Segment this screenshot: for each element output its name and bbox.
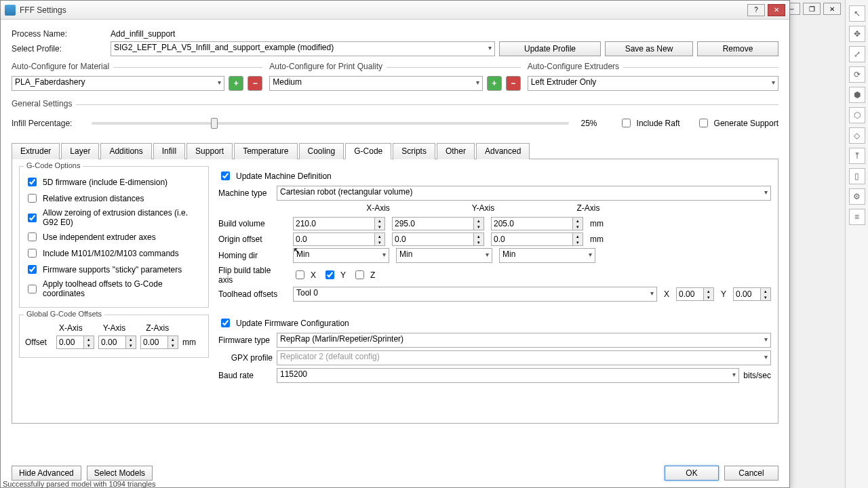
tab-support[interactable]: Support xyxy=(186,143,233,159)
list-icon[interactable]: ≡ xyxy=(849,209,865,225)
view-top-icon[interactable]: ⬢ xyxy=(849,87,865,103)
toolhead-select[interactable]: Tool 0 xyxy=(293,287,657,302)
gcode-panel: G-Code Options 5D firmware (include E-di… xyxy=(12,159,778,424)
gpx-profile-select: Replicator 2 (default config) xyxy=(277,350,771,365)
settings-icon[interactable]: ⚙ xyxy=(849,188,865,205)
maximize-button[interactable]: ❐ xyxy=(803,3,821,15)
tab-advanced[interactable]: Advanced xyxy=(476,143,530,159)
opt-independent-axes[interactable]: Use independent extruder axes xyxy=(25,230,203,243)
help-button[interactable]: ? xyxy=(747,4,765,16)
extruders-select[interactable]: Left Extruder Only xyxy=(528,76,778,91)
baud-unit: bits/sec xyxy=(743,371,771,380)
parent-window-buttons: ─ ❐ ✕ xyxy=(783,3,841,15)
offset-unit: mm xyxy=(182,338,196,347)
hide-advanced-button[interactable]: Hide Advanced xyxy=(12,466,81,481)
origin-y-input[interactable]: ▴▾ xyxy=(392,232,484,246)
move-tool-icon[interactable]: ✥ xyxy=(849,26,865,42)
add-quality-icon[interactable]: + xyxy=(487,76,502,91)
build-y-input[interactable]: ▴▾ xyxy=(392,217,484,230)
viewport-toolbar: ↖ ✥ ⤢ ⟳ ⬢ ⬡ ◇ ⤒ ▯ ⚙ ≡ xyxy=(845,0,868,488)
close-button[interactable]: ✕ xyxy=(768,4,785,16)
tab-gcode[interactable]: G-Code xyxy=(345,143,391,159)
homing-dir-label: Homing dir xyxy=(218,251,286,260)
scale-tool-icon[interactable]: ⤢ xyxy=(849,46,865,62)
global-offsets-title: Global G-Code Offsets xyxy=(24,310,104,318)
ok-button[interactable]: OK xyxy=(665,466,719,481)
tab-layer[interactable]: Layer xyxy=(61,143,99,159)
update-machine-def-checkbox[interactable]: Update Machine Definition xyxy=(218,169,771,182)
gpx-profile-label: GPX profile xyxy=(218,353,273,363)
opt-sticky-params[interactable]: Firmware supports "sticky" parameters xyxy=(25,263,203,276)
homing-y-select[interactable]: Min xyxy=(396,248,492,263)
cancel-button[interactable]: Cancel xyxy=(724,466,778,481)
tool-y-input[interactable]: ▴▾ xyxy=(733,287,771,301)
build-x-input[interactable]: ▴▾ xyxy=(293,217,385,230)
flip-axis-label: Flip build table axis xyxy=(218,266,286,285)
auto-extruders-label: Auto-Configure Extruders xyxy=(528,62,623,71)
flip-x-checkbox[interactable]: X xyxy=(293,268,316,281)
tab-additions[interactable]: Additions xyxy=(100,143,151,159)
offset-x-input[interactable]: ▴▾ xyxy=(56,336,94,349)
profile-select[interactable]: SIG2_LEFT_PLA_V5_Infill_and_support_exam… xyxy=(111,41,495,56)
origin-z-input[interactable]: ▴▾ xyxy=(491,232,583,246)
homing-z-select[interactable]: Min xyxy=(499,248,595,263)
origin-unit: mm xyxy=(590,235,604,244)
opt-toolhead-offsets[interactable]: Apply toolhead offsets to G-Code coordin… xyxy=(25,279,203,298)
tab-temperature[interactable]: Temperature xyxy=(234,143,297,159)
update-firmware-checkbox[interactable]: Update Firmware Configuration xyxy=(218,317,771,329)
opt-m101-commands[interactable]: Include M101/M102/M103 commands xyxy=(25,247,203,260)
include-raft-checkbox[interactable]: Include Raft xyxy=(619,117,680,129)
view-wire-icon[interactable]: ◇ xyxy=(849,127,865,144)
gcode-options-group: G-Code Options 5D firmware (include E-di… xyxy=(19,166,209,308)
flip-y-checkbox[interactable]: Y xyxy=(323,268,346,281)
opt-allow-zeroing[interactable]: Allow zeroing of extrusion distances (i.… xyxy=(25,208,203,227)
tab-cooling[interactable]: Cooling xyxy=(299,143,344,159)
flip-z-checkbox[interactable]: Z xyxy=(353,268,375,281)
homing-x-select[interactable]: Min xyxy=(293,248,389,263)
baud-rate-label: Baud rate xyxy=(218,371,273,380)
tool-x-input[interactable]: ▴▾ xyxy=(676,287,714,301)
firmware-type-select[interactable]: RepRap (Marlin/Repetier/Sprinter) xyxy=(277,333,771,348)
axis-icon[interactable]: ⤒ xyxy=(849,148,865,164)
add-material-icon[interactable]: + xyxy=(229,76,243,91)
section-icon[interactable]: ▯ xyxy=(849,168,865,184)
generate-support-checkbox[interactable]: Generate Support xyxy=(696,117,778,129)
offset-y-input[interactable]: ▴▾ xyxy=(98,336,136,349)
app-icon xyxy=(5,5,16,16)
select-tool-icon[interactable]: ↖ xyxy=(849,5,865,22)
save-as-new-button[interactable]: Save as New xyxy=(605,41,693,56)
select-models-button[interactable]: Select Models xyxy=(87,466,153,481)
process-name-label: Process Name: xyxy=(12,29,106,39)
tab-extruder[interactable]: Extruder xyxy=(12,143,60,159)
rotate-tool-icon[interactable]: ⟳ xyxy=(849,66,865,83)
infill-slider[interactable] xyxy=(92,122,569,125)
opt-5d-firmware[interactable]: 5D firmware (include E-dimension) xyxy=(25,176,203,188)
build-z-input[interactable]: ▴▾ xyxy=(491,217,583,230)
view-iso-icon[interactable]: ⬡ xyxy=(849,107,865,123)
remove-button[interactable]: Remove xyxy=(697,41,778,56)
fff-settings-dialog: FFF Settings ? ✕ Process Name: Add_infil… xyxy=(0,0,790,488)
tab-infill[interactable]: Infill xyxy=(153,143,185,159)
tab-scripts[interactable]: Scripts xyxy=(393,143,435,159)
my-axis-label: Y-Axis xyxy=(431,203,536,213)
remove-material-icon[interactable]: − xyxy=(248,76,262,91)
origin-x-input[interactable]: ▴▾ xyxy=(293,232,385,246)
close-parent-button[interactable]: ✕ xyxy=(823,3,841,15)
window-title: FFF Settings xyxy=(20,5,747,15)
update-profile-button[interactable]: Update Profile xyxy=(499,41,601,56)
opt-relative-extrusion[interactable]: Relative extrusion distances xyxy=(25,192,203,205)
baud-rate-select[interactable]: 115200 xyxy=(277,368,739,383)
auto-material-group: Auto-Configure for Material PLA_Faberdas… xyxy=(12,67,262,94)
mz-axis-label: Z-Axis xyxy=(536,203,641,213)
general-settings-title: General Settings xyxy=(12,99,76,108)
general-settings-group: General Settings Infill Percentage: 25% … xyxy=(12,104,778,133)
material-select[interactable]: PLA_Faberdashery xyxy=(12,76,224,91)
offset-label: Offset xyxy=(25,338,52,347)
machine-type-select[interactable]: Cartesian robot (rectangular volume) xyxy=(277,186,771,201)
auto-quality-group: Auto-Configure for Print Quality Medium … xyxy=(269,67,520,94)
titlebar[interactable]: FFF Settings ? ✕ xyxy=(1,1,789,20)
offset-z-input[interactable]: ▴▾ xyxy=(140,336,178,349)
tab-other[interactable]: Other xyxy=(437,143,475,159)
remove-quality-icon[interactable]: − xyxy=(506,76,521,91)
quality-select[interactable]: Medium xyxy=(269,76,482,91)
